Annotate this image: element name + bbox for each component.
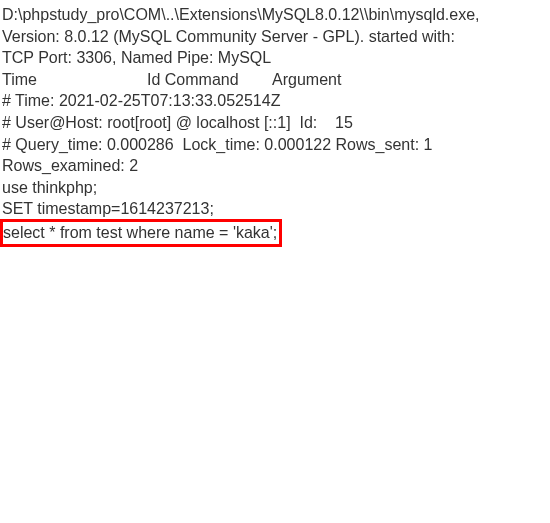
log-line-version: Version: 8.0.12 (MySQL Community Server … [2,26,548,48]
log-header-argument: Argument [272,69,341,91]
highlighted-query-container: select * from test where name = 'kaka'; [2,220,548,247]
log-line-timestamp: SET timestamp=1614237213; [2,198,548,220]
log-line-use: use thinkphp; [2,177,548,199]
log-line-tcp: TCP Port: 3306, Named Pipe: MySQL [2,47,548,69]
log-header-idcommand: Id Command [147,69,272,91]
log-output: D:\phpstudy_pro\COM\..\Extensions\MySQL8… [2,4,548,247]
log-line-time: # Time: 2021-02-25T07:13:33.052514Z [2,90,548,112]
log-line-userhost: # User@Host: root[root] @ localhost [::1… [2,112,548,134]
log-header-row: Time Id Command Argument [2,69,548,91]
log-line-path: D:\phpstudy_pro\COM\..\Extensions\MySQL8… [2,4,548,26]
log-line-rows: Rows_examined: 2 [2,155,548,177]
log-line-querytime: # Query_time: 0.000286 Lock_time: 0.0001… [2,134,548,156]
log-header-time: Time [2,69,147,91]
sql-query: select * from test where name = 'kaka'; [3,224,277,241]
highlight-box: select * from test where name = 'kaka'; [0,219,282,247]
